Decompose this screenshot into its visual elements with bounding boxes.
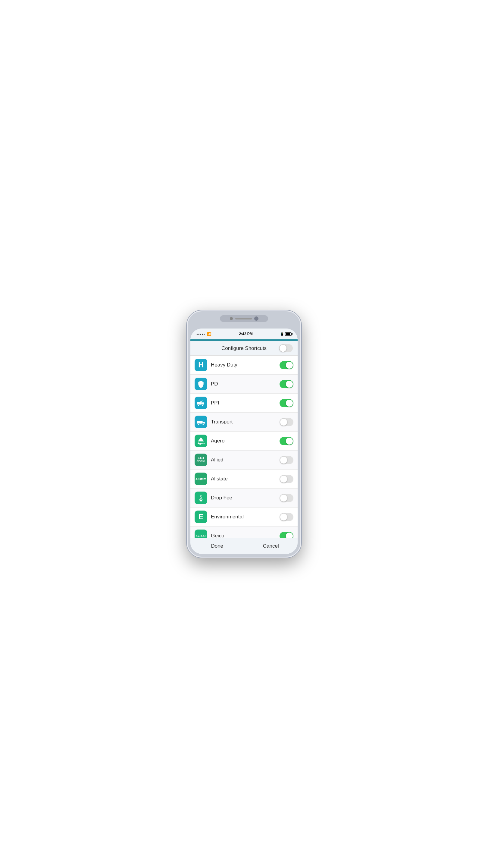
label-agero: Agero: [211, 438, 276, 444]
bluetooth-icon: 📱: [280, 333, 284, 336]
toggle-heavy-duty[interactable]: [280, 361, 293, 369]
svg-rect-5: [197, 421, 202, 424]
list-item-allstate: AllstateAllstate: [190, 470, 298, 489]
label-transport: Transport: [211, 419, 276, 425]
svg-line-2: [200, 401, 202, 402]
label-ppi: PPI: [211, 400, 276, 406]
svg-point-7: [198, 424, 200, 425]
toggle-knob-drop-fee: [280, 495, 287, 501]
header-toggle[interactable]: [279, 344, 293, 352]
battery-icon: [285, 333, 292, 336]
label-heavy-duty: Heavy Duty: [211, 362, 276, 368]
toggle-knob-allied: [280, 457, 287, 464]
toggle-knob-pd: [286, 381, 293, 388]
toggle-allied[interactable]: [280, 456, 293, 464]
header-toggle-knob: [280, 345, 287, 352]
icon-transport: [195, 415, 207, 428]
toggle-allstate[interactable]: [280, 475, 293, 483]
speaker: [235, 318, 252, 319]
bottom-bar: Done Cancel: [190, 538, 298, 554]
icon-geico: GEICO: [195, 530, 207, 538]
phone-wrapper: ●●●●● 📶 2:42 PM 📱 Configure Shortcuts: [166, 282, 322, 586]
toggle-geico[interactable]: [280, 532, 293, 538]
icon-drop-fee: $: [195, 492, 207, 504]
camera-left: [230, 317, 233, 320]
label-geico: Geico: [211, 533, 276, 538]
icon-ppi: [195, 397, 207, 409]
list-item-agero: AgeroAgero: [190, 432, 298, 451]
list-item-environmental: EEnvironmental: [190, 507, 298, 527]
toggle-knob-heavy-duty: [286, 362, 293, 369]
icon-environmental: E: [195, 510, 207, 523]
clock: 2:42 PM: [239, 332, 253, 336]
toggle-knob-allstate: [280, 475, 287, 483]
app-header: Configure Shortcuts: [190, 341, 298, 355]
list-item-heavy-duty: HHeavy Duty: [190, 355, 298, 375]
icon-allstate: Allstate: [195, 472, 207, 485]
toggle-knob-transport: [280, 418, 287, 426]
status-bar: ●●●●● 📶 2:42 PM 📱: [190, 329, 298, 339]
icon-pd: [195, 378, 207, 390]
signal-dots: ●●●●●: [196, 333, 205, 336]
toggle-drop-fee[interactable]: [280, 494, 293, 502]
wifi-icon: 📶: [207, 332, 212, 336]
svg-rect-0: [197, 402, 201, 404]
svg-point-3: [198, 404, 199, 406]
toggle-environmental[interactable]: [280, 513, 293, 521]
svg-point-8: [202, 424, 204, 425]
toggle-pd[interactable]: [280, 380, 293, 388]
list-item-allied: AlliedDispatchSOLUTIONSAllied: [190, 451, 298, 470]
icon-allied: AlliedDispatchSOLUTIONS: [195, 454, 207, 466]
battery-area: 📱: [280, 333, 292, 336]
list-item-transport: Transport: [190, 412, 298, 432]
toggle-agero[interactable]: [280, 437, 293, 445]
list-item-pd: PD: [190, 375, 298, 394]
list-item-ppi: PPI: [190, 394, 298, 412]
label-allstate: Allstate: [211, 476, 276, 482]
icon-heavy-duty: H: [195, 359, 207, 371]
label-allied: Allied: [211, 457, 276, 463]
toggle-knob-environmental: [280, 514, 287, 521]
toggle-knob-agero: [286, 438, 293, 444]
front-camera: [254, 316, 258, 321]
signal-area: ●●●●● 📶: [196, 332, 212, 336]
phone-screen: ●●●●● 📶 2:42 PM 📱 Configure Shortcuts: [190, 329, 298, 554]
svg-point-4: [202, 404, 204, 406]
toggle-knob-geico: [286, 532, 293, 538]
phone-notch: [220, 315, 268, 322]
list-item-geico: GEICOGeico: [190, 527, 298, 538]
label-environmental: Environmental: [211, 514, 276, 520]
toggle-transport[interactable]: [280, 418, 293, 426]
battery-fill: [286, 333, 290, 335]
toggle-ppi[interactable]: [280, 399, 293, 407]
shortcuts-list[interactable]: HHeavy Duty PD PPI TransportAgeroAgeroAl…: [190, 355, 298, 538]
done-button[interactable]: Done: [190, 538, 244, 554]
label-pd: PD: [211, 381, 276, 387]
label-drop-fee: Drop Fee: [211, 495, 276, 501]
icon-agero: Agero: [195, 435, 207, 447]
page-title: Configure Shortcuts: [209, 345, 279, 351]
toggle-knob-ppi: [286, 400, 293, 407]
list-item-drop-fee: $ Drop Fee: [190, 489, 298, 507]
phone-frame: ●●●●● 📶 2:42 PM 📱 Configure Shortcuts: [187, 310, 301, 558]
cancel-button[interactable]: Cancel: [244, 538, 298, 554]
